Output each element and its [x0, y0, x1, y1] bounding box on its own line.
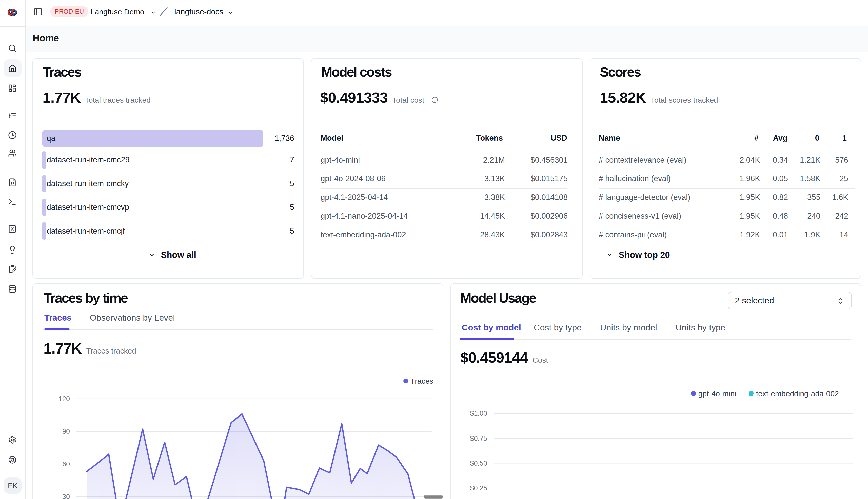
svg-text:120: 120: [59, 395, 70, 403]
svg-text:30: 30: [62, 493, 70, 499]
svg-text:90: 90: [62, 428, 70, 435]
svg-text:$1.00: $1.00: [470, 410, 487, 417]
svg-text:$0.25: $0.25: [470, 484, 487, 492]
svg-text:60: 60: [62, 460, 70, 468]
svg-text:$0.50: $0.50: [470, 460, 487, 467]
svg-text:$0.75: $0.75: [470, 435, 487, 442]
